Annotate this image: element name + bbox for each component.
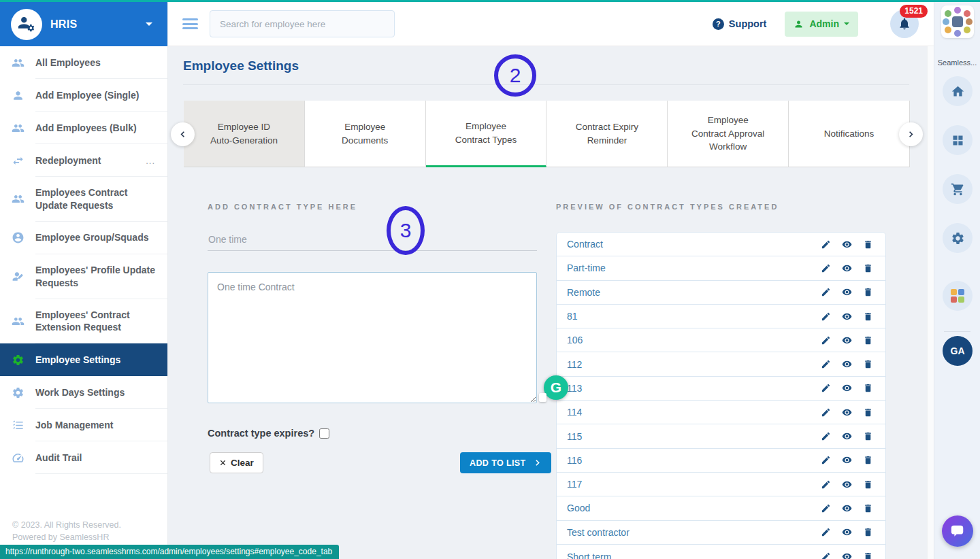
delete-icon[interactable] [863, 311, 873, 322]
delete-icon[interactable] [863, 335, 873, 345]
contract-type-link[interactable]: Remote [567, 287, 810, 298]
contract-type-link[interactable]: Short term [567, 552, 810, 559]
edit-icon[interactable] [821, 479, 831, 490]
sidebar-item-audit-trail[interactable]: Audit Trail [0, 441, 167, 474]
tab-employee-documents[interactable]: Employee Documents [305, 101, 426, 167]
contract-type-link[interactable]: Contract [567, 239, 810, 250]
edit-icon[interactable] [821, 311, 831, 322]
view-icon[interactable] [842, 239, 852, 250]
hamburger-menu-icon[interactable] [182, 16, 198, 32]
sidebar-item-work-days-settings[interactable]: Work Days Settings [0, 376, 167, 409]
contract-type-link[interactable]: 115 [567, 431, 810, 442]
edit-icon[interactable] [821, 239, 831, 250]
tab-employee-contract-types[interactable]: Employee Contract Types [426, 101, 547, 167]
view-icon[interactable] [842, 359, 852, 369]
delete-icon[interactable] [863, 503, 873, 513]
scrollbar-track[interactable] [927, 46, 934, 559]
contract-type-link[interactable]: 117 [567, 479, 810, 490]
sidebar-item-profile-update-requests[interactable]: Employees' Profile Update Requests [0, 254, 167, 299]
sidebar-item-job-management[interactable]: Job Management [0, 409, 167, 441]
contract-type-link[interactable]: 106 [567, 335, 810, 345]
tab-employee-contract-approval-workflow[interactable]: Employee Contract Approval Workflow [668, 101, 789, 167]
contract-type-row: 116 [557, 449, 885, 473]
delete-icon[interactable] [863, 359, 873, 369]
tab-employee-id-auto-generation[interactable]: Employee ID Auto-Generation [184, 101, 305, 167]
sidebar-item-contract-update-requests[interactable]: Employees Contract Update Requests [0, 177, 167, 222]
contract-type-description-textarea[interactable]: One time Contract [208, 272, 537, 403]
delete-icon[interactable] [863, 407, 873, 418]
delete-icon[interactable] [863, 455, 873, 465]
view-icon[interactable] [842, 527, 852, 537]
edit-icon[interactable] [821, 263, 831, 273]
view-icon[interactable] [842, 311, 852, 322]
add-to-list-button[interactable]: ADD TO LIST [460, 452, 551, 473]
notifications-bell[interactable]: 1521 [890, 10, 919, 38]
contract-type-link[interactable]: 112 [567, 359, 810, 370]
tab-contract-expiry-reminder[interactable]: Contract Expiry Reminder [546, 101, 668, 167]
edit-icon[interactable] [821, 407, 831, 418]
chat-widget-button[interactable] [942, 515, 973, 547]
edit-icon[interactable] [821, 359, 831, 369]
extensions-button[interactable] [943, 281, 973, 311]
edit-icon[interactable] [821, 552, 831, 559]
home-icon [951, 84, 965, 99]
grammarly-icon[interactable]: G [544, 375, 568, 400]
contract-type-link[interactable]: Part-time [567, 262, 810, 273]
sidebar-item-contract-extension-request[interactable]: Employees' Contract Extension Request [0, 299, 167, 344]
delete-icon[interactable] [863, 239, 873, 250]
settings-button[interactable] [943, 223, 973, 253]
edit-icon[interactable] [821, 527, 831, 537]
tabs-scroll-right-button[interactable] [899, 122, 923, 146]
contract-type-link[interactable]: 116 [567, 455, 810, 466]
view-icon[interactable] [842, 455, 852, 465]
contract-type-link[interactable]: Test contractor [567, 527, 810, 538]
edit-icon[interactable] [821, 287, 831, 297]
delete-icon[interactable] [863, 527, 873, 537]
sidebar-item-employee-settings[interactable]: Employee Settings [0, 343, 167, 376]
contract-expires-checkbox[interactable] [319, 428, 329, 439]
sidebar-item-group-squads[interactable]: Employee Group/Squads [0, 222, 167, 254]
view-icon[interactable] [842, 263, 852, 273]
delete-icon[interactable] [863, 431, 873, 441]
avatar[interactable]: GA [943, 336, 973, 366]
delete-icon[interactable] [863, 552, 873, 559]
view-icon[interactable] [842, 407, 852, 418]
edit-icon[interactable] [821, 455, 831, 465]
admin-menu-button[interactable]: Admin [785, 12, 858, 37]
view-icon[interactable] [842, 431, 852, 441]
view-icon[interactable] [842, 287, 852, 297]
chevron-left-icon [178, 129, 188, 139]
sidebar-item-all-employees[interactable]: All Employees [0, 46, 167, 79]
edit-icon[interactable] [821, 383, 831, 393]
delete-icon[interactable] [863, 479, 873, 490]
sidebar-item-add-employee-single[interactable]: Add Employee (Single) [0, 79, 167, 112]
edit-icon[interactable] [821, 431, 831, 441]
edit-icon[interactable] [821, 503, 831, 513]
apps-grid-button[interactable] [943, 125, 973, 155]
view-icon[interactable] [842, 335, 852, 345]
employee-search-input[interactable] [210, 10, 395, 37]
seamless-logo-icon[interactable] [941, 5, 974, 38]
sidebar-item-redeployment[interactable]: Redeployment ... [0, 144, 167, 177]
sidebar-item-add-employees-bulk[interactable]: Add Employees (Bulk) [0, 112, 167, 144]
contract-type-link[interactable]: 113 [567, 383, 810, 394]
view-icon[interactable] [842, 503, 852, 513]
tab-notifications[interactable]: Notifications [789, 101, 910, 167]
view-icon[interactable] [842, 479, 852, 490]
contract-type-link[interactable]: 81 [567, 311, 810, 322]
cart-button[interactable] [943, 174, 973, 204]
contract-type-link[interactable]: 114 [567, 407, 810, 418]
view-icon[interactable] [842, 383, 852, 393]
delete-icon[interactable] [863, 263, 873, 273]
tabs-scroll-left-button[interactable] [171, 122, 195, 146]
support-link[interactable]: ? Support [713, 18, 767, 30]
clear-button[interactable]: Clear [210, 452, 263, 473]
view-icon[interactable] [842, 552, 852, 559]
brand-header[interactable]: HRIS [0, 2, 167, 46]
delete-icon[interactable] [863, 383, 873, 393]
contract-type-link[interactable]: Good [567, 503, 810, 513]
edit-icon[interactable] [821, 335, 831, 345]
delete-icon[interactable] [863, 287, 873, 297]
contract-type-name-input[interactable] [208, 228, 537, 251]
home-button[interactable] [943, 76, 973, 106]
